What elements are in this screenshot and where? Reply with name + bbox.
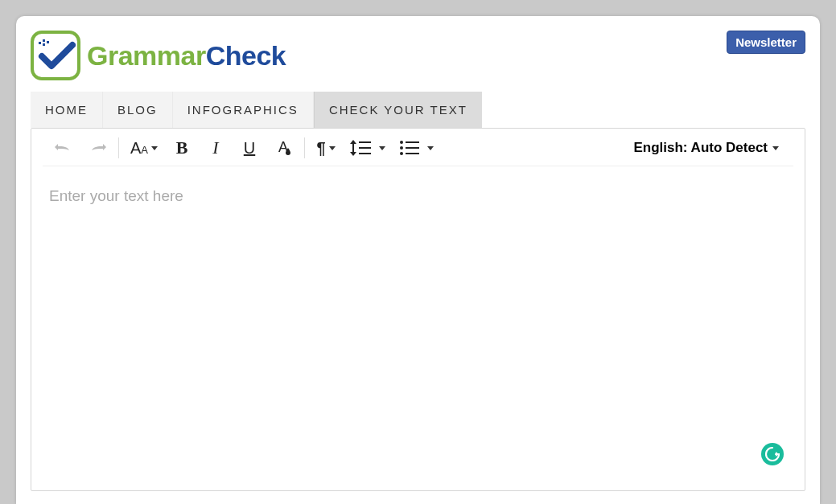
text-color-icon: A — [275, 139, 291, 157]
nav-check-your-text[interactable]: CHECK YOUR TEXT — [314, 92, 482, 128]
svg-rect-8 — [359, 141, 371, 143]
editor-frame: AA B I U A — [31, 128, 805, 491]
logo[interactable]: GrammarCheck — [31, 31, 286, 80]
svg-point-12 — [400, 146, 403, 150]
svg-rect-2 — [43, 43, 45, 46]
logo-word-2: Check — [206, 40, 286, 71]
pilcrow-icon: ¶ — [316, 139, 325, 158]
chevron-down-icon — [772, 146, 779, 150]
svg-point-11 — [400, 141, 403, 144]
toolbar-history-group — [54, 137, 107, 159]
nav-infographics[interactable]: INFOGRAPHICS — [173, 92, 314, 128]
svg-rect-16 — [406, 153, 419, 154]
svg-rect-15 — [406, 147, 419, 149]
svg-point-13 — [400, 152, 403, 155]
redo-icon — [89, 141, 106, 154]
svg-rect-9 — [359, 147, 371, 149]
newsletter-button[interactable]: Newsletter — [727, 31, 805, 54]
page-container: GrammarCheck Newsletter HOME BLOG INFOGR… — [16, 16, 820, 504]
svg-rect-14 — [406, 141, 419, 143]
chevron-down-icon — [379, 146, 385, 150]
nav-blog[interactable]: BLOG — [103, 92, 173, 128]
header: GrammarCheck Newsletter — [16, 16, 820, 80]
toolbar: AA B I U A — [43, 129, 793, 166]
main-nav: HOME BLOG INFOGRAPHICS CHECK YOUR TEXT — [31, 92, 805, 128]
svg-marker-6 — [350, 152, 356, 156]
nav-home[interactable]: HOME — [31, 92, 103, 128]
chevron-down-icon — [329, 146, 336, 150]
grammarly-icon — [765, 447, 780, 461]
logo-word-1: Grammar — [87, 40, 206, 71]
chevron-down-icon — [151, 146, 158, 150]
underline-button[interactable]: U — [240, 137, 259, 159]
chevron-down-icon — [427, 146, 434, 150]
list-icon — [400, 140, 419, 156]
redo-button[interactable] — [88, 137, 107, 159]
toolbar-separator-2 — [304, 137, 305, 158]
language-label: English: Auto Detect — [633, 140, 768, 156]
logo-text: GrammarCheck — [87, 40, 286, 72]
svg-rect-7 — [352, 144, 354, 152]
bold-button[interactable]: B — [172, 137, 191, 159]
language-select[interactable]: English: Auto Detect — [633, 140, 782, 156]
paragraph-direction-button[interactable]: ¶ — [316, 137, 336, 159]
list-button[interactable] — [400, 137, 434, 159]
line-height-icon — [350, 140, 371, 156]
logo-icon — [31, 31, 80, 80]
italic-icon: I — [212, 137, 218, 158]
svg-rect-10 — [359, 153, 371, 154]
toolbar-separator-1 — [118, 137, 119, 158]
svg-rect-0 — [39, 42, 41, 44]
svg-marker-5 — [350, 140, 356, 144]
editor-placeholder: Enter your text here — [49, 187, 787, 205]
toolbar-format-group: AA B I U A — [130, 137, 293, 159]
svg-rect-3 — [47, 41, 49, 43]
toolbar-paragraph-group: ¶ — [316, 137, 434, 159]
svg-rect-1 — [43, 39, 45, 42]
undo-button[interactable] — [54, 137, 73, 159]
line-height-button[interactable] — [350, 137, 385, 159]
editor-area[interactable]: Enter your text here — [31, 166, 805, 486]
grammarly-badge[interactable] — [761, 443, 784, 465]
undo-icon — [55, 141, 72, 154]
bold-icon: B — [176, 137, 188, 158]
text-color-button[interactable]: A — [274, 137, 293, 159]
underline-icon: U — [244, 139, 255, 158]
font-size-button[interactable]: AA — [130, 137, 158, 159]
font-size-icon: AA — [130, 139, 148, 158]
italic-button[interactable]: I — [206, 137, 225, 159]
